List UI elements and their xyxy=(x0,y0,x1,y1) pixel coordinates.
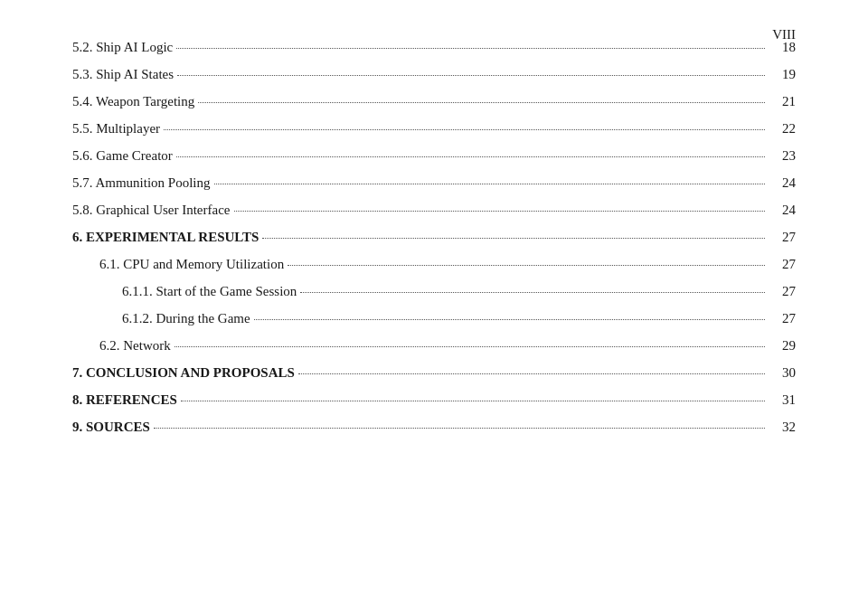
toc-dots xyxy=(154,428,765,429)
toc-row: 6.1.1. Start of the Game Session 27 xyxy=(72,280,796,302)
toc-row: 5.5. Multiplayer 22 xyxy=(72,118,796,139)
toc-dots xyxy=(177,75,765,76)
toc-page: 21 xyxy=(769,90,796,112)
toc-row: 5.6. Game Creator 23 xyxy=(72,145,796,166)
page-container: VIII 5.2. Ship AI Logic 185.3. Ship AI S… xyxy=(0,0,868,604)
toc-label: 5.3. Ship AI States xyxy=(72,63,174,85)
toc-dots xyxy=(254,319,765,320)
toc-row: 6.1.2. During the Game 27 xyxy=(72,307,796,329)
toc-label: 5.6. Game Creator xyxy=(72,145,173,166)
toc-label: 5.7. Ammunition Pooling xyxy=(72,172,211,193)
toc-row: 9. SOURCES 32 xyxy=(72,416,796,438)
toc-dots xyxy=(176,156,765,157)
toc-page: 23 xyxy=(769,145,796,166)
toc-label: 5.2. Ship AI Logic xyxy=(72,36,173,58)
toc-dots xyxy=(175,346,765,347)
toc-label: 5.8. Graphical User Interface xyxy=(72,199,231,221)
toc-page: 29 xyxy=(769,335,796,356)
toc-page: 27 xyxy=(769,280,796,302)
page-number: VIII xyxy=(772,27,796,42)
toc-page: 30 xyxy=(769,362,796,383)
toc-label: 9. SOURCES xyxy=(72,416,150,438)
toc-page: 31 xyxy=(769,389,796,411)
toc-dots xyxy=(234,211,766,212)
toc-dots xyxy=(262,238,765,239)
toc-label: 8. REFERENCES xyxy=(72,389,177,411)
toc-row: 6.2. Network 29 xyxy=(72,335,796,356)
toc-page: 19 xyxy=(769,63,796,85)
toc-row: 8. REFERENCES 31 xyxy=(72,389,796,411)
toc-dots xyxy=(300,292,765,293)
toc-row: 5.7. Ammunition Pooling 24 xyxy=(72,172,796,193)
toc-label: 7. CONCLUSION AND PROPOSALS xyxy=(72,362,295,383)
toc-row: 5.2. Ship AI Logic 18 xyxy=(72,36,796,58)
toc-page: 22 xyxy=(769,118,796,139)
toc-label: 6.1.2. During the Game xyxy=(122,307,250,329)
toc-entries: 5.2. Ship AI Logic 185.3. Ship AI States… xyxy=(72,36,796,438)
toc-row: 6. EXPERIMENTAL RESULTS 27 xyxy=(72,226,796,248)
toc-label: 6.2. Network xyxy=(99,335,171,356)
toc-page: 27 xyxy=(769,307,796,329)
toc-dots xyxy=(298,373,765,374)
toc-dots xyxy=(214,184,765,184)
toc-dots xyxy=(176,48,765,49)
toc-label: 5.5. Multiplayer xyxy=(72,118,160,139)
toc-label: 5.4. Weapon Targeting xyxy=(72,90,194,112)
toc-dots xyxy=(164,129,765,130)
toc-row: 6.1. CPU and Memory Utilization 27 xyxy=(72,253,796,275)
toc-dots xyxy=(288,265,765,266)
toc-label: 6.1.1. Start of the Game Session xyxy=(122,280,297,302)
toc-row: 5.4. Weapon Targeting 21 xyxy=(72,90,796,112)
toc-page: 27 xyxy=(769,226,796,248)
toc-row: 5.3. Ship AI States 19 xyxy=(72,63,796,85)
toc-label: 6.1. CPU and Memory Utilization xyxy=(99,253,284,275)
toc-row: 5.8. Graphical User Interface 24 xyxy=(72,199,796,221)
toc-dots xyxy=(198,102,765,103)
toc-label: 6. EXPERIMENTAL RESULTS xyxy=(72,226,259,248)
toc-page: 32 xyxy=(769,416,796,438)
toc-page: 24 xyxy=(769,172,796,193)
toc-row: 7. CONCLUSION AND PROPOSALS 30 xyxy=(72,362,796,383)
toc-page: 24 xyxy=(769,199,796,221)
toc-page: 27 xyxy=(769,253,796,275)
toc-dots xyxy=(181,401,765,401)
